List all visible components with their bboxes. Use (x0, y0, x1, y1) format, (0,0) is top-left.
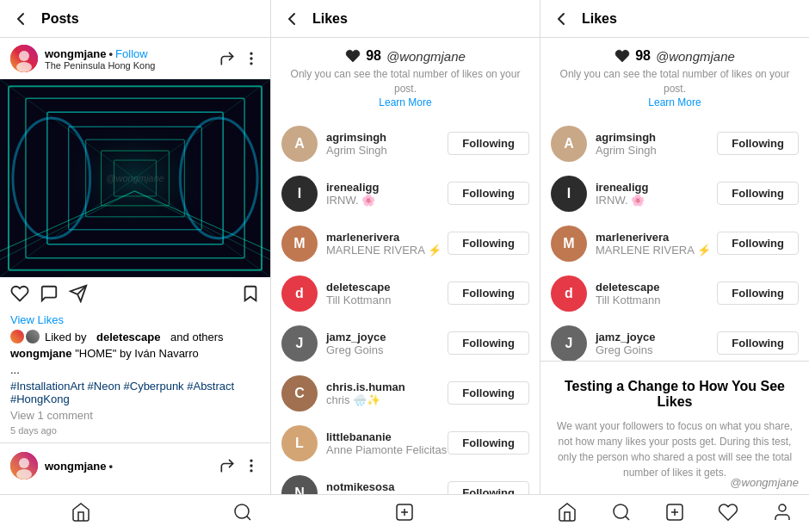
following-button-6[interactable]: Following (448, 431, 529, 455)
overlay-title: Testing a Change to How You See Likes (554, 379, 795, 410)
post-hashtags: #InstallationArt #Neon #Cyberpunk #Abstr… (10, 380, 260, 405)
likes-avatar-3-0: A (551, 126, 587, 162)
svg-point-4 (250, 58, 252, 59)
likes-user-info-3: deletescape Till Kottmann (326, 281, 448, 306)
heart-nav-icon-3[interactable] (718, 502, 738, 526)
post-actions-top (219, 50, 260, 67)
likes-list-item: A agrimsingh Agrim Singh Following (271, 119, 540, 169)
post-image: @wongmjane (0, 79, 270, 277)
likes-user-info-2: marlenerivera MARLENE RIVERA ⚡ (326, 231, 448, 257)
post-2-avatar (10, 452, 38, 479)
svg-line-46 (625, 516, 628, 519)
follow-button[interactable]: Follow (115, 47, 148, 60)
share-icon[interactable] (69, 284, 88, 308)
learn-more-link[interactable]: Learn More (379, 96, 431, 108)
liked-avatars (10, 330, 41, 343)
share-icon-2[interactable] (219, 457, 236, 474)
likes-description: Only you can see the total number of lik… (281, 67, 529, 96)
likes-avatar-0: A (281, 126, 318, 162)
bottom-nav-3 (540, 494, 809, 532)
add-nav-icon-3[interactable] (664, 502, 685, 526)
svg-point-45 (614, 504, 627, 518)
following-button-3-1[interactable]: Following (717, 182, 799, 205)
likes-username-2: marlenerivera (326, 231, 448, 244)
likes-count-row-3: 98 @wongmjane (614, 48, 735, 64)
post-2-user-info: wongmjane • (45, 460, 219, 473)
learn-more-link-3[interactable]: Learn More (648, 96, 701, 108)
bottom-nav-2 (271, 494, 540, 532)
post-2-actions (219, 457, 260, 474)
likes-count-section: 98 @wongmjane Only you can see the total… (271, 38, 540, 119)
following-button-3-2[interactable]: Following (717, 232, 799, 255)
following-button-3[interactable]: Following (448, 281, 529, 305)
likes-username-5: chris.is.human (326, 380, 448, 393)
post-location: The Peninsula Hong Kong (45, 60, 219, 71)
add-nav-icon-2[interactable] (394, 502, 415, 526)
likes-description-3: Only you can see the total number of lik… (551, 67, 799, 96)
back-icon[interactable] (10, 9, 31, 29)
post-2-top-bar: wongmjane • (0, 443, 270, 486)
home-nav-icon-3[interactable] (557, 502, 577, 526)
like-icon[interactable] (10, 284, 29, 308)
bookmark-icon[interactable] (241, 284, 260, 308)
likes-list-item-3-3: d deletescape Till Kottmann Following (540, 269, 809, 319)
post-username: wongmjane • Follow (45, 47, 219, 60)
following-button-5[interactable]: Following (448, 381, 529, 405)
post-watermark: @wongmjane (106, 173, 164, 183)
overlay-watermark: @wongmjane (730, 476, 799, 489)
share-icon[interactable] (219, 50, 236, 67)
likes-avatar-3-4: J (551, 325, 587, 362)
likes-display-name-3-4: Greg Goins (596, 343, 717, 356)
following-button-1[interactable]: Following (448, 182, 529, 205)
likes-avatar-4: J (281, 325, 318, 362)
svg-point-3 (250, 53, 252, 54)
likes-display-name-1: IRNW. 🌸 (326, 194, 448, 207)
likes-avatar-1: I (281, 176, 318, 212)
following-button-0[interactable]: Following (448, 132, 529, 155)
post-top-bar: wongmjane • Follow The Peninsula Hong Ko… (0, 38, 270, 79)
likes-username-3: deletescape (326, 281, 448, 294)
likes-avatar-3: d (281, 275, 318, 312)
more-icon-2[interactable] (243, 457, 260, 474)
post-action-icons (10, 284, 260, 308)
panel-posts: Posts (0, 0, 271, 532)
search-nav-icon-3[interactable] (611, 502, 632, 526)
likes-display-name-6: Anne Piamonte Felicitas (326, 443, 448, 456)
likes-user-info-5: chris.is.human chris 🌧️✨ (326, 380, 448, 406)
following-button-4[interactable]: Following (448, 331, 529, 355)
following-button-2[interactable]: Following (448, 232, 529, 255)
following-button-3-4[interactable]: Following (717, 331, 799, 355)
post-time: 5 days ago (10, 425, 260, 436)
svg-point-50 (779, 504, 786, 511)
likes-user-info-3-1: irenealigg IRNW. 🌸 (596, 181, 717, 207)
likes-header: Likes (271, 0, 540, 38)
svg-point-32 (250, 470, 252, 472)
likes-back-icon[interactable] (281, 9, 302, 29)
post-user-info: wongmjane • Follow The Peninsula Hong Ko… (45, 47, 219, 71)
comment-icon[interactable] (40, 284, 59, 308)
likes-back-icon-3[interactable] (551, 9, 571, 29)
overlay-text: We want your followers to focus on what … (554, 418, 795, 480)
likes-username-1: irenealigg (326, 181, 448, 194)
likes-user-info-1: irenealigg IRNW. 🌸 (326, 181, 448, 207)
likes-display-name-3-3: Till Kottmann (596, 294, 717, 306)
likes-display-name-3-2: MARLENE RIVERA ⚡ (596, 244, 717, 257)
profile-nav-icon-3[interactable] (772, 502, 793, 526)
liked-avatar-2 (26, 330, 40, 343)
post-bottom: View Likes Liked by deletescape and othe… (0, 277, 270, 442)
likes-user-info-3-4: jamz_joyce Greg Goins (596, 331, 717, 356)
comment-count[interactable]: View 1 comment (10, 409, 260, 422)
likes-display-name-0: Agrim Singh (326, 144, 448, 157)
view-likes[interactable]: View Likes (10, 313, 260, 326)
likes-number-3: 98 (635, 48, 651, 64)
more-icon[interactable] (243, 50, 260, 67)
likes-user-info-3-3: deletescape Till Kottmann (596, 281, 717, 306)
likes-display-name-4: Greg Goins (326, 343, 448, 356)
post-avatar (10, 45, 38, 72)
following-button-3-3[interactable]: Following (717, 281, 799, 305)
following-button-3-0[interactable]: Following (717, 132, 799, 155)
likes-header-3: Likes (540, 0, 809, 38)
likes-title: Likes (312, 11, 529, 27)
posts-content: wongmjane • Follow The Peninsula Hong Ko… (0, 38, 270, 532)
posts-header: Posts (0, 0, 270, 38)
